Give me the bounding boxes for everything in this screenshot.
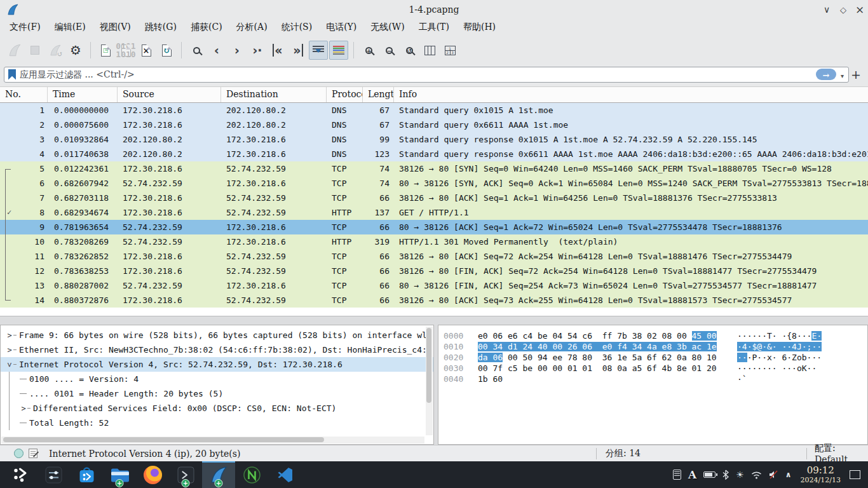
close-button[interactable] — [851, 1, 868, 18]
apply-filter-button[interactable] — [816, 69, 836, 80]
packet-row-12[interactable]: 120.783638253172.30.218.652.74.232.59TCP… — [0, 264, 868, 278]
taskbar-clock[interactable]: 09:12 2024/12/13 — [801, 466, 841, 484]
scrollbar-thumb[interactable] — [3, 437, 324, 442]
taskbar-neovim[interactable] — [235, 461, 268, 488]
menu-help[interactable]: 帮助(H) — [456, 20, 503, 34]
expander-closed-icon[interactable]: > — [20, 404, 27, 413]
packet-row-1[interactable]: 10.000000000172.30.218.6202.120.80.2DNS6… — [0, 103, 868, 118]
column-header-no[interactable]: No. — [0, 87, 48, 102]
go-back-button[interactable]: ‹ — [207, 41, 226, 60]
packet-row-2[interactable]: 20.000075600172.30.218.6202.120.80.2DNS6… — [0, 118, 868, 132]
detail-line-0[interactable]: >Frame 9: 66 bytes on wire (528 bits), 6… — [1, 328, 433, 342]
zoom-reset-button[interactable]: ↺ — [400, 41, 419, 60]
taskbar-terminal[interactable]: + — [169, 461, 202, 488]
menu-statistics[interactable]: 统计(S) — [275, 20, 320, 34]
packet-row-13[interactable]: 130.88028700252.74.232.59172.30.218.6TCP… — [0, 278, 868, 293]
wifi-icon[interactable] — [751, 471, 762, 479]
colorize-button[interactable] — [329, 41, 348, 60]
packet-row-7[interactable]: 70.682703118172.30.218.652.74.232.59TCP6… — [0, 191, 868, 205]
detail-line-5[interactable]: >Differentiated Services Field: 0x00 (DS… — [1, 401, 433, 416]
detail-line-2[interactable]: >Internet Protocol Version 4, Src: 52.74… — [1, 357, 433, 372]
scrollbar-thumb[interactable] — [426, 328, 431, 403]
taskbar-vscode[interactable] — [268, 461, 301, 488]
menu-edit[interactable]: 编辑(E) — [48, 20, 93, 34]
hex-row-0040[interactable]: 00401b 60·` — [444, 374, 867, 384]
maximize-button[interactable] — [835, 1, 851, 18]
detail-line-3[interactable]: 0100 .... = Version: 4 — [1, 372, 433, 386]
menu-view[interactable]: 视图(V) — [93, 20, 138, 34]
taskbar-firefox[interactable] — [136, 461, 169, 488]
capture-comment-icon[interactable] — [29, 449, 37, 458]
brightness-icon[interactable]: ☀ — [736, 470, 744, 479]
packet-row-4[interactable]: 40.011740638202.120.80.2172.30.218.6DNS1… — [0, 147, 868, 161]
menu-telephony[interactable]: 电话(Y) — [319, 20, 363, 34]
menu-wireless[interactable]: 无线(W) — [363, 20, 411, 34]
taskbar-wireshark[interactable]: + — [202, 461, 235, 488]
menu-analyze[interactable]: 分析(A) — [229, 20, 275, 34]
find-packet-button[interactable] — [187, 41, 206, 60]
menu-file[interactable]: 文件(F) — [3, 20, 48, 34]
open-file-button[interactable]: ◳ — [96, 41, 115, 60]
battery-icon[interactable] — [703, 471, 715, 478]
expander-open-icon[interactable]: > — [5, 361, 14, 369]
zoom-in-button[interactable]: + — [359, 41, 378, 60]
detail-line-1[interactable]: >Ethernet II, Src: NewH3CTechno_7b:38:02… — [1, 342, 433, 357]
column-header-time[interactable]: Time — [48, 87, 118, 102]
column-header-length[interactable]: Length — [363, 87, 394, 102]
taskbar-settings[interactable] — [37, 461, 70, 488]
clipboard-icon[interactable] — [673, 470, 681, 480]
restart-capture-button[interactable]: ↺ — [46, 41, 65, 60]
hex-row-0000[interactable]: 0000e0 06 e6 c4 be 04 54 c6 ff 7b 38 02 … — [444, 330, 867, 341]
filter-input[interactable] — [20, 69, 816, 79]
packet-row-5[interactable]: 50.012242361172.30.218.652.74.232.59TCP7… — [0, 161, 868, 176]
column-header-info[interactable]: Info — [394, 87, 868, 102]
packet-row-8[interactable]: 80.682934674172.30.218.652.74.232.59HTTP… — [0, 205, 868, 220]
resize-columns-button[interactable] — [420, 41, 439, 60]
add-filter-button[interactable] — [849, 67, 863, 81]
bookmark-icon[interactable] — [8, 69, 16, 80]
expander-closed-icon[interactable]: > — [6, 331, 13, 340]
column-header-protocol[interactable]: Protocol — [327, 87, 363, 102]
pane-splitter[interactable] — [0, 316, 868, 325]
hex-row-0010[interactable]: 001000 34 d1 24 40 00 26 06 e0 f4 34 4a … — [444, 341, 867, 352]
taskbar-launcher[interactable] — [4, 461, 37, 488]
save-file-button[interactable]: 01011010 — [116, 41, 135, 60]
expert-info-icon[interactable] — [14, 449, 24, 458]
go-forward-button[interactable]: › — [227, 41, 247, 60]
bluetooth-icon[interactable] — [722, 470, 729, 480]
taskbar-app-store[interactable] — [70, 461, 103, 488]
expander-closed-icon[interactable]: > — [6, 346, 13, 355]
stop-capture-button[interactable] — [25, 41, 44, 60]
volume-muted-icon[interactable] — [769, 470, 778, 479]
zoom-out-button[interactable]: − — [379, 41, 398, 60]
packet-row-6[interactable]: 60.68260794252.74.232.59172.30.218.6TCP7… — [0, 176, 868, 191]
detail-line-4[interactable]: .... 0101 = Header Length: 20 bytes (5) — [1, 386, 433, 401]
hex-row-0030[interactable]: 003000 7f c5 be 00 00 01 01 08 0a a5 6f … — [444, 363, 867, 374]
packet-row-14[interactable]: 140.880372876172.30.218.652.74.232.59TCP… — [0, 293, 868, 308]
packet-row-11[interactable]: 110.783262852172.30.218.652.74.232.59TCP… — [0, 249, 868, 264]
menu-tools[interactable]: 工具(T) — [412, 20, 456, 34]
detail-horizontal-scrollbar[interactable] — [1, 437, 424, 444]
tray-collapse-icon[interactable]: ∧ — [785, 471, 792, 478]
go-to-packet-button[interactable]: ›· — [248, 41, 267, 60]
close-file-button[interactable]: × — [137, 41, 156, 60]
go-last-button[interactable]: » — [288, 41, 308, 60]
column-header-source[interactable]: Source — [118, 87, 221, 102]
reload-file-button[interactable]: ↻ — [157, 41, 176, 60]
input-method-icon[interactable]: A — [688, 470, 696, 480]
packet-row-9[interactable]: 90.78196365452.74.232.59172.30.218.6TCP6… — [0, 220, 868, 234]
menu-go[interactable]: 跳转(G) — [138, 20, 184, 34]
packet-row-10[interactable]: 100.78320826952.74.232.59172.30.218.6HTT… — [0, 234, 868, 249]
capture-options-button[interactable]: ⚙ — [66, 41, 85, 60]
menu-capture[interactable]: 捕获(C) — [184, 20, 229, 34]
column-header-destination[interactable]: Destination — [221, 87, 327, 102]
minimize-button[interactable] — [818, 1, 835, 18]
detail-vertical-scrollbar[interactable] — [426, 327, 433, 435]
show-desktop-button[interactable] — [850, 470, 860, 479]
go-first-button[interactable]: « — [268, 41, 287, 60]
layout-pages-button[interactable]: 123 — [440, 41, 459, 60]
packet-row-3[interactable]: 30.010932864202.120.80.2172.30.218.6DNS9… — [0, 132, 868, 147]
taskbar-file-manager[interactable]: + — [103, 461, 136, 488]
filter-dropdown-icon[interactable] — [839, 69, 846, 81]
auto-scroll-button[interactable] — [309, 41, 328, 60]
